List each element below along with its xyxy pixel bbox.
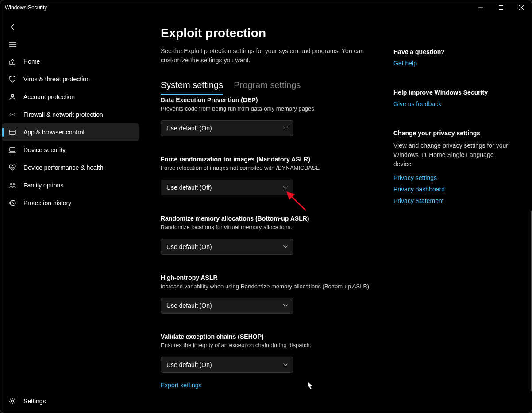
chevron-down-icon: [283, 304, 288, 307]
sidebar-item-label: Protection history: [23, 199, 71, 206]
hamburger-button[interactable]: [4, 36, 22, 54]
chevron-down-icon: [283, 245, 288, 248]
export-settings-link[interactable]: Export settings: [161, 382, 371, 389]
privacy-group: Change your privacy settings View and ch…: [393, 130, 509, 204]
dropdown-dep[interactable]: Use default (On): [161, 120, 293, 136]
back-button[interactable]: [4, 18, 22, 36]
privacy-dashboard-link[interactable]: Privacy dashboard: [393, 186, 509, 193]
get-help-link[interactable]: Get help: [393, 60, 509, 67]
chevron-down-icon: [283, 186, 288, 189]
sidebar-item-performance[interactable]: Device performance & health: [2, 159, 139, 176]
privacy-settings-link[interactable]: Privacy settings: [393, 174, 509, 181]
sidebar-item-label: Device performance & health: [23, 164, 104, 171]
setting-bottomup-aslr: Randomize memory allocations (Bottom-up …: [161, 215, 371, 255]
setting-desc: Randomize locations for virtual memory a…: [161, 223, 371, 232]
laptop-icon: [8, 146, 16, 154]
dropdown-value: Use default (On): [166, 361, 212, 368]
svg-point-6: [13, 183, 15, 185]
right-column: Have a question? Get help Help improve W…: [380, 53, 509, 413]
sidebar-item-device-security[interactable]: Device security: [2, 141, 139, 159]
improve-title: Help improve Windows Security: [393, 89, 509, 96]
back-arrow-icon: [9, 23, 16, 31]
sidebar-item-label: App & browser control: [23, 129, 85, 136]
dropdown-value: Use default (Off): [166, 184, 212, 191]
setting-desc: Ensures the integrity of an exception ch…: [161, 341, 371, 350]
family-icon: [8, 181, 16, 189]
main: Exploit protection See the Exploit prote…: [141, 53, 532, 413]
setting-desc: Force relocation of images not compiled …: [161, 164, 371, 172]
dropdown-sehop[interactable]: Use default (On): [161, 357, 293, 373]
dropdown-mandatory-aslr[interactable]: Use default (Off): [161, 180, 293, 195]
person-icon: [8, 93, 16, 101]
tabs: System settings Program settings: [161, 80, 380, 95]
sidebar-item-label: Device security: [23, 146, 66, 153]
feedback-link[interactable]: Give us feedback: [393, 100, 509, 107]
title-bar: Windows Security: [0, 0, 532, 15]
sidebar-item-family[interactable]: Family options: [2, 176, 139, 194]
setting-sehop: Validate exception chains (SEHOP) Ensure…: [161, 333, 371, 373]
hamburger-icon: [9, 42, 16, 47]
setting-title: Validate exception chains (SEHOP): [161, 333, 371, 340]
content: Exploit protection See the Exploit prote…: [141, 53, 380, 413]
sidebar-item-label: Family options: [23, 182, 63, 189]
setting-title: High-entropy ASLR: [161, 274, 371, 281]
setting-desc: Prevents code from being run from data-o…: [161, 105, 371, 113]
privacy-title: Change your privacy settings: [393, 130, 509, 137]
maximize-icon: [499, 5, 503, 10]
help-group: Have a question? Get help: [393, 48, 509, 67]
sidebar-item-home[interactable]: Home: [2, 53, 139, 70]
sidebar-item-firewall[interactable]: Firewall & network protection: [2, 106, 139, 123]
sidebar-item-label: Settings: [23, 398, 46, 405]
antenna-icon: [8, 111, 16, 119]
home-icon: [8, 57, 16, 65]
dropdown-value: Use default (On): [166, 125, 212, 132]
close-button[interactable]: [511, 0, 532, 15]
setting-title: Randomize memory allocations (Bottom-up …: [161, 215, 371, 222]
svg-rect-0: [499, 6, 503, 10]
chevron-down-icon: [283, 127, 288, 130]
sidebar-item-label: Account protection: [23, 93, 75, 100]
svg-point-1: [11, 94, 14, 97]
settings-scroll[interactable]: Data Execution Prevention (DEP) Prevents…: [161, 95, 380, 395]
setting-high-entropy-aslr: High-entropy ASLR Increase variability w…: [161, 274, 371, 314]
close-icon: [519, 5, 524, 10]
svg-point-2: [12, 114, 13, 115]
sidebar-item-settings[interactable]: Settings: [2, 392, 141, 410]
appwin-icon: [8, 128, 16, 136]
window-controls: [470, 0, 532, 15]
minimize-button[interactable]: [470, 0, 491, 15]
setting-dep: Data Execution Prevention (DEP) Prevents…: [161, 96, 371, 136]
window-title: Windows Security: [5, 4, 47, 11]
sidebar-item-virus[interactable]: Virus & threat protection: [2, 70, 139, 88]
sidebar-item-label: Firewall & network protection: [23, 111, 103, 118]
sidebar-item-history[interactable]: Protection history: [2, 194, 139, 212]
scrollbar[interactable]: [531, 211, 532, 391]
tab-system-settings[interactable]: System settings: [161, 80, 223, 95]
setting-mandatory-aslr: Force randomization for images (Mandator…: [161, 156, 371, 195]
privacy-statement-link[interactable]: Privacy Statement: [393, 197, 509, 204]
sidebar-item-label: Virus & threat protection: [23, 76, 90, 83]
improve-group: Help improve Windows Security Give us fe…: [393, 89, 509, 107]
heart-icon: [8, 164, 16, 172]
gear-icon: [8, 397, 16, 405]
help-title: Have a question?: [393, 48, 509, 55]
svg-rect-4: [10, 148, 15, 151]
maximize-button[interactable]: [491, 0, 511, 15]
dropdown-value: Use default (On): [166, 302, 212, 309]
shield-icon: [8, 75, 16, 83]
tab-program-settings[interactable]: Program settings: [234, 80, 301, 95]
setting-title: Force randomization for images (Mandator…: [161, 156, 371, 163]
dropdown-bottomup-aslr[interactable]: Use default (On): [161, 239, 293, 255]
dropdown-high-entropy-aslr[interactable]: Use default (On): [161, 298, 293, 314]
sidebar-item-account[interactable]: Account protection: [2, 88, 139, 106]
page-title: Exploit protection: [161, 26, 266, 40]
setting-desc: Increase variability when using Randomiz…: [161, 283, 371, 291]
sidebar-item-app-browser[interactable]: App & browser control: [2, 123, 139, 141]
svg-point-5: [10, 183, 12, 185]
chevron-down-icon: [283, 363, 288, 366]
setting-title: Data Execution Prevention (DEP): [161, 96, 371, 103]
dropdown-value: Use default (On): [166, 243, 212, 250]
history-icon: [8, 199, 16, 207]
sidebar: Home Virus & threat protection Account p…: [0, 53, 141, 413]
minimize-icon: [478, 5, 483, 10]
